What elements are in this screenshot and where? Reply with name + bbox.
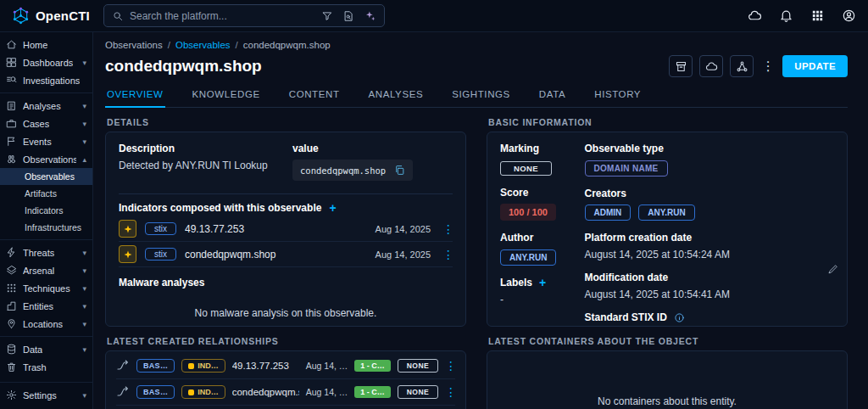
indicator-date: Aug 14, 2025 <box>376 249 431 260</box>
relationship-type-chip: BAS… <box>136 359 175 373</box>
sidebar-item-techniques[interactable]: Techniques ▾ <box>0 279 92 297</box>
sidebar-item-arsenal[interactable]: Arsenal ▾ <box>0 261 92 279</box>
account-circle-icon[interactable] <box>842 8 856 23</box>
score-field: Score 100 / 100 <box>500 187 566 221</box>
tab-data[interactable]: DATA <box>537 81 567 107</box>
relationships-section-title: LATEST CREATED RELATIONSHIPS <box>107 336 466 346</box>
apps-grid-icon[interactable] <box>810 8 825 23</box>
relationship-row[interactable]: BAS… IND… condedqpwqm.shop Aug 14, … 1 -… <box>116 379 455 406</box>
sidebar-item-label: Threats <box>23 248 54 258</box>
sidebar-item-label: Techniques <box>23 283 70 294</box>
sidebar-item-indicators[interactable]: Indicators <box>0 202 92 219</box>
sidebar-item-data[interactable]: Data ▾ <box>0 340 92 358</box>
sidebar-item-cases[interactable]: Cases ▾ <box>0 115 92 132</box>
sidebar-item-threats[interactable]: Threats ▾ <box>0 244 92 261</box>
observable-value-chip: condedqpwqm.shop <box>292 160 413 181</box>
entities-icon <box>6 300 17 311</box>
sidebar-item-observables[interactable]: Observables <box>0 168 92 185</box>
labels-value: - <box>500 294 566 305</box>
relationship-date: Aug 14, … <box>306 361 348 371</box>
sidebar-item-analyses[interactable]: Analyses ▾ <box>0 97 92 115</box>
analyses-icon <box>6 100 17 111</box>
enrichment-button[interactable] <box>699 55 723 77</box>
sidebar-item-settings[interactable]: Settings ▾ <box>0 386 92 404</box>
notifications-bell-icon[interactable] <box>779 8 793 23</box>
kebab-menu-icon[interactable]: ⋮ <box>445 359 455 373</box>
sidebar-item-label: Investigations <box>23 76 80 86</box>
kebab-menu-icon[interactable]: ⋮ <box>442 222 453 236</box>
kebab-menu-icon[interactable]: ⋮ <box>442 248 453 261</box>
topbar: OpenCTI <box>0 0 868 32</box>
chevron-down-icon: ▾ <box>82 266 86 275</box>
sidebar-item-dashboards[interactable]: Dashboards ▾ <box>0 53 92 71</box>
add-indicator-icon[interactable]: + <box>329 202 336 214</box>
tab-analyses[interactable]: ANALYSES <box>367 81 426 107</box>
sidebar-item-label: Entities <box>23 301 53 311</box>
advanced-search-icon[interactable] <box>342 10 354 22</box>
opencti-logo[interactable]: OpenCTI <box>12 7 97 25</box>
sidebar-subitem-label: Infrastructures <box>25 222 81 233</box>
tab-history[interactable]: HISTORY <box>593 81 643 107</box>
sidebar-item-entities[interactable]: Entities ▾ <box>0 297 92 315</box>
tab-sightings[interactable]: SIGHTINGS <box>450 81 512 107</box>
copy-icon[interactable] <box>394 165 405 176</box>
indicator-row[interactable]: stix condedqpwqm.shop Aug 14, 2025 ⋮ <box>119 242 453 267</box>
more-options-button[interactable]: ⋮ <box>760 59 776 74</box>
relationships-card: BAS… IND… 49.13.77.253 Aug 14, … 1 - C… … <box>105 350 466 409</box>
cloud-icon[interactable] <box>748 8 762 23</box>
basic-info-right: Observable type DOMAIN NAME Creators ADM… <box>585 143 834 327</box>
sidebar-item-trash[interactable]: Trash <box>0 358 92 376</box>
pattern-type-chip: stix <box>145 248 176 261</box>
add-label-icon[interactable]: + <box>539 277 546 289</box>
malware-empty-text: No malware analysis on this observable. <box>119 294 453 327</box>
sidebar-item-label: Events <box>23 137 52 147</box>
tab-content[interactable]: CONTENT <box>287 81 342 107</box>
creator-chip[interactable]: ADMIN <box>585 204 632 221</box>
target-type-label: IND… <box>198 388 219 396</box>
edit-button[interactable] <box>827 263 839 278</box>
kebab-menu-icon[interactable]: ⋮ <box>445 385 455 399</box>
relationship-name: condedqpwqm.shop <box>232 387 299 397</box>
tab-knowledge[interactable]: KNOWLEDGE <box>191 81 262 107</box>
sidebar-item-artifacts[interactable]: Artifacts <box>0 185 92 202</box>
sidebar-item-investigations[interactable]: Investigations <box>0 71 92 89</box>
trash-icon <box>6 361 17 373</box>
score-label: Score <box>500 187 566 199</box>
sidebar-item-events[interactable]: Events ▾ <box>0 132 92 150</box>
confidence-chip: 1 - C… <box>354 386 391 398</box>
breadcrumb-current: condedqpwqm.shop <box>243 40 331 50</box>
global-search-bar[interactable] <box>103 4 385 27</box>
indicator-row[interactable]: stix 49.13.77.253 Aug 14, 2025 ⋮ <box>119 216 453 242</box>
sidebar-item-infrastructures[interactable]: Infrastructures <box>0 219 92 236</box>
relationship-arrow-icon <box>116 359 130 373</box>
sidebar-item-observations[interactable]: Observations ▴ <box>0 150 92 168</box>
techniques-icon <box>6 283 17 294</box>
tab-bar: OVERVIEW KNOWLEDGE CONTENT ANALYSES SIGH… <box>105 81 848 108</box>
basic-info-section-title: BASIC INFORMATION <box>488 117 848 127</box>
knowledge-graph-button[interactable] <box>730 55 754 77</box>
tab-overview[interactable]: OVERVIEW <box>105 81 165 108</box>
author-chip[interactable]: ANY.RUN <box>500 249 556 266</box>
ai-sparkle-icon[interactable] <box>364 9 376 22</box>
sidebar-item-label: Analyses <box>23 101 61 111</box>
breadcrumb-observations[interactable]: Observations <box>105 40 163 50</box>
info-icon[interactable] <box>674 312 685 323</box>
sidebar-subitem-label: Artifacts <box>25 188 57 199</box>
creator-chip[interactable]: ANY.RUN <box>638 204 694 221</box>
sidebar-item-home[interactable]: Home <box>0 36 92 53</box>
filters-funnel-icon[interactable] <box>321 10 333 22</box>
update-button[interactable]: UPDATE <box>782 55 848 77</box>
indicator-icon <box>123 249 133 260</box>
graph-icon <box>736 60 748 73</box>
observable-value: condedqpwqm.shop <box>300 165 386 176</box>
marking-chip: NONE <box>398 385 438 399</box>
sidebar-item-locations[interactable]: Locations ▾ <box>0 315 92 333</box>
relationship-row[interactable]: BAS… IND… 49.13.77.253 Aug 14, … 1 - C… … <box>116 353 455 379</box>
breadcrumb-observables[interactable]: Observables <box>175 40 231 50</box>
export-button[interactable] <box>669 55 693 77</box>
malware-analyses-title: Malware analyses <box>119 277 453 289</box>
sidebar-item-label: Home <box>23 40 47 50</box>
containers-section-title: LATEST CONTAINERS ABOUT THE OBJECT <box>488 336 848 346</box>
chevron-down-icon: ▾ <box>82 249 86 257</box>
search-input[interactable] <box>130 10 315 22</box>
